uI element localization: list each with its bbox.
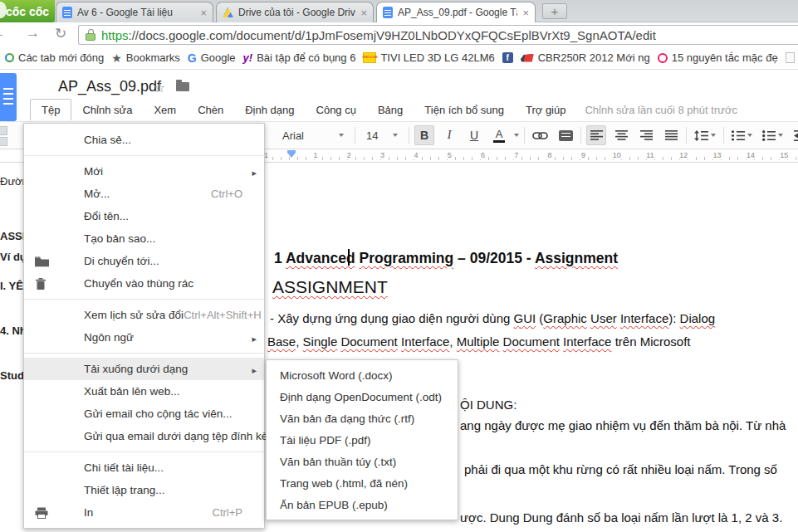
trash-icon [35, 277, 47, 290]
star-icon: ★ [111, 52, 122, 64]
file-menu-item[interactable]: Chia sẻ... [24, 129, 264, 151]
browser-tab[interactable]: Av 6 - Google Tài liệu× [56, 2, 213, 22]
bookmark-item[interactable]: GGoogle [188, 51, 236, 64]
file-menu-item[interactable]: Di chuyển tới... [24, 250, 264, 272]
download-format-item[interactable]: Ấn bản EPUB (.epub) [267, 494, 458, 515]
printer-icon [35, 507, 50, 519]
link-icon [532, 131, 548, 140]
bookmark-label: Google [201, 51, 236, 64]
bookmark-item[interactable]: Các tab mới đóng [5, 51, 104, 64]
font-size-select[interactable]: 14 [360, 125, 404, 145]
toolbar-button-clipped[interactable] [0, 137, 7, 146]
text-color-button[interactable]: A [489, 125, 509, 145]
file-menu-item[interactable]: Mở...Ctrl+O [24, 183, 264, 205]
browser-nav-bar: ← → ↻ https ://docs.google.com/document/… [0, 22, 798, 46]
new-tab-button[interactable]: + [542, 3, 567, 19]
file-menu-item[interactable]: InCtrl+P [24, 501, 264, 524]
toolbar-button-clipped[interactable] [0, 126, 7, 135]
browser-tab[interactable]: AP_Ass_09.pdf - Google Tà× [376, 2, 536, 22]
file-menu-item[interactable]: Xuất bản lên web... [24, 380, 264, 403]
menu-item-label: Tạo bản sao... [84, 232, 155, 245]
indent-marker[interactable] [287, 150, 296, 158]
download-format-item[interactable]: Định dạng OpenDocument (.odt) [267, 386, 458, 408]
file-menu-item[interactable]: Gửi qua email dưới dạng tệp đính kèm... [24, 425, 264, 447]
file-menu-item[interactable]: Tạo bản sao... [24, 227, 264, 250]
file-menu-item[interactable]: Đổi tên... [24, 205, 264, 227]
misspelled-word: Interface [563, 334, 611, 349]
download-format-item[interactable]: Tài liệu PDF (.pdf) [267, 429, 458, 451]
misspelled-word: User [590, 311, 617, 325]
ruler-number: 7 [512, 151, 520, 159]
menubar-item-item[interactable]: Trợ giúp [515, 100, 577, 120]
doc-text-fragment: ược. Dung Dung đánh số ba loại nấm lần l… [460, 510, 782, 525]
menubar-item-item[interactable]: Tiện ích bổ sung [414, 100, 515, 120]
insert-comment-button[interactable] [556, 125, 575, 145]
reload-button[interactable]: ↻ [55, 25, 66, 41]
menubar-item-file-open[interactable]: Tệp [30, 99, 71, 120]
last-edit-status[interactable]: Chỉnh sửa lần cuối 8 phút trước [585, 104, 737, 116]
align-left-button[interactable] [586, 125, 606, 145]
document-title[interactable]: AP_Ass_09.pdf [58, 78, 161, 95]
menubar-item-item[interactable]: Xem [143, 100, 187, 120]
misspelled-word: Interface [401, 334, 449, 349]
bookmark-item[interactable]: HIMM [786, 51, 798, 64]
justify-icon [665, 130, 678, 140]
bookmark-label: 15 nguyên tắc mặc đẹ [672, 51, 778, 64]
download-format-item[interactable]: Văn bản đa dạng thức (.rtf) [267, 408, 458, 429]
menubar-item-item[interactable]: Chỉnh sửa [71, 100, 143, 120]
underline-button[interactable]: U [464, 125, 484, 145]
download-format-item[interactable]: Văn bản thuần túy (.txt) [267, 451, 458, 472]
file-menu-item[interactable]: Chi tiết tài liệu... [24, 456, 264, 479]
justify-button[interactable] [661, 125, 681, 145]
close-icon[interactable]: × [360, 7, 367, 18]
coccoc-logo-button[interactable]: cốc cốc [0, 0, 55, 22]
file-menu-item[interactable]: Mới [24, 160, 264, 183]
file-menu-item[interactable]: Xem lịch sử sửa đổiCtrl+Alt+Shift+H [24, 304, 264, 326]
bookmark-item[interactable]: CHO LONTIVI LED 3D LG 42LM6 [363, 51, 494, 64]
docs-logo-icon[interactable] [0, 73, 17, 121]
browser-tab-strip: cốc cốc Av 6 - Google Tài liệu×Drive của… [0, 0, 798, 22]
bookmark-item[interactable]: 15 nguyên tắc mặc đẹ [658, 51, 778, 64]
close-icon[interactable]: × [200, 7, 207, 18]
italic-button[interactable]: I [439, 125, 459, 145]
menubar-item-item[interactable]: Chèn [187, 100, 234, 120]
menu-shortcut: Ctrl+Alt+Shift+H [184, 309, 262, 321]
bookmark-item[interactable]: y!Bài tập để có bụng 6 [243, 51, 356, 64]
numbered-list-button[interactable] [729, 125, 755, 145]
bold-button[interactable]: B [414, 125, 434, 145]
bulleted-list-button[interactable] [760, 125, 786, 145]
close-icon[interactable]: × [522, 7, 529, 18]
menu-item-label: Đổi tên... [84, 210, 129, 222]
chevron-down-icon[interactable] [514, 134, 519, 137]
text-run: trên Microsoft [611, 334, 690, 349]
ruler-number: 12 [678, 151, 689, 159]
decrease-indent-button[interactable] [791, 125, 798, 145]
browser-tab[interactable]: Drive của tôi - Google Driv× [216, 2, 374, 22]
align-right-button[interactable] [636, 125, 656, 145]
menu-item-label: Di chuyển tới... [84, 255, 159, 267]
file-menu-item[interactable]: Chuyển vào thùng rác [24, 272, 264, 295]
download-format-item[interactable]: Trang web (.html, đã nén) [267, 472, 458, 494]
menubar-item-item[interactable]: Bảng [367, 100, 414, 120]
bookmark-item[interactable]: CBR250R 2012 Mới ng [521, 51, 650, 64]
file-menu-item[interactable]: Ngôn ngữ [24, 326, 264, 349]
bookmark-item[interactable]: f [502, 52, 513, 63]
menubar-item-item[interactable]: Công cụ [306, 100, 367, 120]
back-button[interactable]: ← [0, 25, 6, 41]
forward-button[interactable]: → [26, 25, 40, 41]
star-icon[interactable]: ☆ [154, 80, 165, 95]
line-spacing-button[interactable] [692, 125, 718, 145]
bookmark-item[interactable]: ★Bookmarks [111, 51, 180, 64]
misspelled-word: Advanced [286, 250, 355, 266]
file-menu-item[interactable]: Thiết lập trang... [24, 479, 264, 501]
move-folder-icon[interactable] [176, 82, 189, 91]
url-bar[interactable]: https ://docs.google.com/document/d/1pJm… [78, 25, 798, 45]
file-menu-item[interactable]: Gửi email cho cộng tác viên... [24, 403, 264, 425]
font-family-select[interactable]: Arial [277, 125, 350, 145]
align-right-icon [640, 130, 653, 140]
menubar-item-item[interactable]: Định dạng [234, 100, 305, 120]
align-center-button[interactable] [611, 125, 631, 145]
insert-link-button[interactable] [530, 125, 551, 145]
file-menu-item[interactable]: Tải xuống dưới dạng [24, 358, 264, 380]
download-format-item[interactable]: Microsoft Word (.docx) [267, 364, 458, 386]
